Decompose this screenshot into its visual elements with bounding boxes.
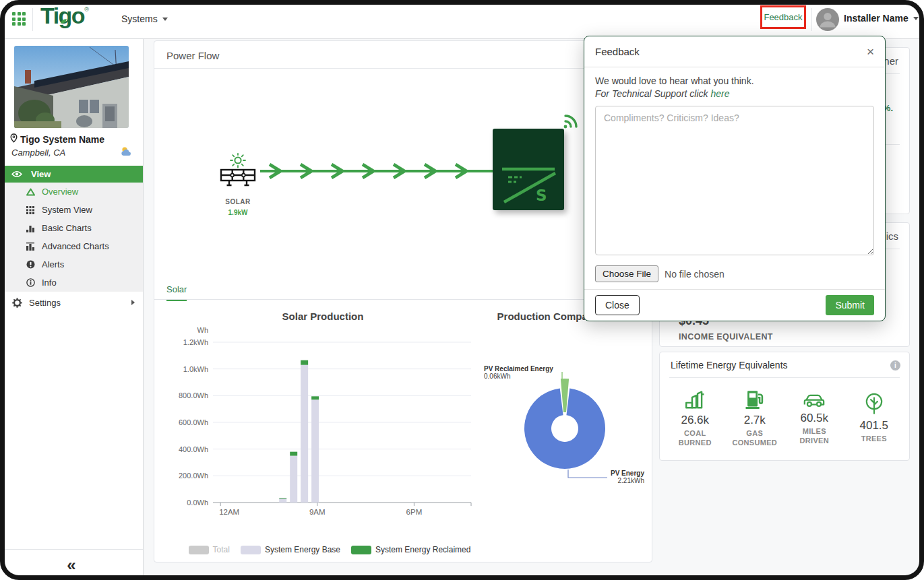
- bar-chart-icon: [25, 224, 36, 232]
- leaf-icon: [60, 3, 67, 30]
- eye-icon: [11, 170, 22, 178]
- power-flow-title: Power Flow: [166, 50, 219, 61]
- system-location: Campbell, CA: [11, 148, 65, 158]
- equivalent-miles-driven: 60.5kMILESDRIVEN: [784, 381, 844, 455]
- sidebar-item-system-view[interactable]: System View: [0, 201, 143, 219]
- solar-production-chart: 0.0Wh200.0Wh400.0Wh600.0Wh800.0Wh1.0kWh1…: [175, 324, 485, 529]
- sidebar-item-alerts[interactable]: Alerts: [0, 255, 143, 273]
- sidebar-item-advanced-charts[interactable]: Advanced Charts: [0, 237, 143, 255]
- legend-swatch: [351, 546, 371, 554]
- sidebar-item-basic-charts[interactable]: Basic Charts: [0, 219, 143, 237]
- sidebar-collapse-bar: «: [0, 549, 143, 580]
- chevron-down-icon: [913, 17, 919, 20]
- modal-body: We would love to hear what you think. Fo…: [584, 67, 885, 289]
- bar-reclaimed-segment: [290, 452, 297, 456]
- support-here-link[interactable]: here: [710, 88, 729, 99]
- weather-panel-title-fragment: her: [884, 55, 898, 67]
- alert-icon: [25, 260, 36, 269]
- income-label: INCOME EQUIVALENT: [679, 332, 773, 342]
- sidebar-item-view[interactable]: View: [0, 166, 143, 183]
- tigo-logo[interactable]: Tigo®: [40, 3, 89, 29]
- bar-reclaimed-segment: [311, 396, 319, 399]
- svg-text:200.0Wh: 200.0Wh: [179, 472, 208, 480]
- sidebar-menu-items: OverviewSystem ViewBasic ChartsAdvanced …: [0, 183, 143, 292]
- sidebar-item-overview[interactable]: Overview: [0, 183, 143, 201]
- chart-legend: TotalSystem Energy BaseSystem Energy Rec…: [175, 545, 485, 554]
- svg-text:800.0Wh: 800.0Wh: [179, 391, 208, 399]
- close-icon[interactable]: ×: [867, 45, 874, 58]
- legend-item-system-energy-reclaimed[interactable]: System Energy Reclaimed: [351, 545, 470, 554]
- grid-dots-icon: [25, 205, 36, 214]
- info-icon[interactable]: i: [890, 360, 900, 370]
- advanced-chart-icon: [25, 242, 36, 251]
- choose-file-button[interactable]: Choose File: [595, 265, 658, 282]
- car-icon: [803, 390, 826, 410]
- chart-tab-bar: Solar: [154, 280, 652, 300]
- equivalents-row: 26.6kCOALBURNED2.7kGASCONSUMED60.5kMILES…: [665, 381, 904, 455]
- svg-text:12AM: 12AM: [219, 508, 239, 516]
- feedback-textarea[interactable]: [595, 106, 874, 255]
- file-upload-row: Choose File No file chosen: [595, 265, 874, 282]
- bar-reclaimed-segment: [301, 360, 308, 365]
- modal-header: Feedback ×: [584, 36, 885, 67]
- nav-divider: [811, 8, 812, 31]
- svg-text:0.0Wh: 0.0Wh: [187, 498, 208, 507]
- donut-label-reclaimed: PV Reclaimed Energy0.06kWh: [484, 365, 553, 380]
- user-menu[interactable]: Installer Name: [844, 13, 919, 24]
- gas-pump-icon: [745, 389, 765, 412]
- equivalent-trees: 401.5TREES: [844, 381, 904, 455]
- bar-reclaimed-segment: [279, 498, 286, 498]
- equivalents-title: Lifetime Energy Equivalents: [671, 360, 788, 370]
- divider: [669, 377, 900, 378]
- solar-node-value: 1.9kW: [205, 209, 271, 216]
- gear-icon: [12, 298, 22, 308]
- system-name: Tigo System Name: [10, 133, 104, 145]
- collapse-sidebar-button[interactable]: «: [67, 557, 75, 573]
- feedback-highlight-box: Feedback: [760, 5, 806, 29]
- bar-chart-title: Solar Production: [175, 311, 471, 322]
- user-avatar-icon[interactable]: [815, 7, 840, 34]
- svg-text:400.0Wh: 400.0Wh: [179, 445, 208, 453]
- bar-base-segment: [279, 498, 286, 503]
- legend-item-total[interactable]: Total: [189, 545, 230, 554]
- weather-icon: [121, 146, 132, 159]
- solar-node-label: SOLAR: [205, 198, 271, 205]
- bar-base-segment: [290, 456, 297, 503]
- modal-footer: Close Submit: [584, 289, 885, 321]
- equivalent-gas-consumed: 2.7kGASCONSUMED: [725, 381, 785, 455]
- chevron-down-icon: [162, 18, 168, 21]
- chevron-right-icon: [131, 300, 135, 305]
- legend-item-system-energy-base[interactable]: System Energy Base: [241, 545, 340, 554]
- svg-text:6PM: 6PM: [406, 508, 423, 516]
- lifetime-equivalents-panel: Lifetime Energy Equivalents i 26.6kCOALB…: [659, 352, 910, 461]
- power-flow-arrows: [260, 162, 500, 183]
- inverter-node-icon: S: [493, 129, 564, 210]
- sidebar-item-info[interactable]: Info: [0, 273, 143, 292]
- apps-grid-icon[interactable]: [12, 12, 26, 26]
- legend-swatch: [189, 546, 209, 554]
- sidebar-item-settings[interactable]: Settings: [0, 294, 143, 311]
- svg-text:S: S: [536, 187, 547, 204]
- registered-mark: ®: [84, 6, 89, 13]
- systems-dropdown[interactable]: Systems: [121, 13, 168, 24]
- divider: [154, 68, 652, 69]
- close-button[interactable]: Close: [595, 295, 640, 315]
- triangle-icon: [25, 188, 36, 196]
- system-photo: [14, 46, 129, 128]
- submit-button[interactable]: Submit: [826, 295, 874, 315]
- feedback-link[interactable]: Feedback: [764, 12, 802, 22]
- svg-text:600.0Wh: 600.0Wh: [179, 418, 208, 426]
- bar-base-segment: [301, 365, 308, 503]
- nav-divider: [32, 8, 33, 31]
- factory-icon: [684, 389, 706, 412]
- support-line: For Technical Support click here: [595, 88, 874, 99]
- donut-label-pv: PV Energy2.21kWh: [590, 470, 644, 484]
- svg-text:Wh: Wh: [197, 326, 209, 334]
- statistics-panel-title-fragment: ics: [886, 230, 898, 242]
- file-status-text: No file chosen: [665, 269, 725, 280]
- solar-node-icon: [218, 153, 257, 197]
- tab-solar[interactable]: Solar: [166, 284, 187, 301]
- tree-icon: [864, 393, 884, 418]
- feedback-intro-text: We would love to hear what you think.: [595, 75, 874, 86]
- legend-swatch: [241, 546, 261, 554]
